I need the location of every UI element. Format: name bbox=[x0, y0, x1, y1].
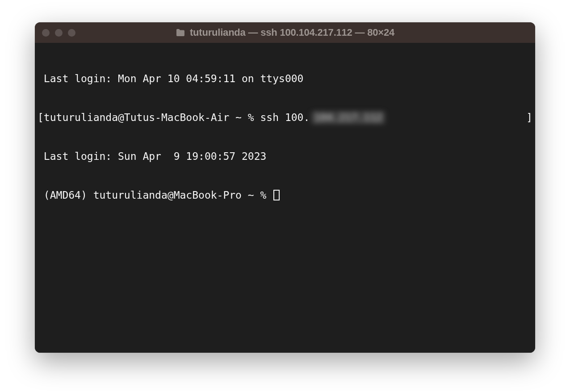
bracket-open: [ bbox=[38, 112, 44, 123]
traffic-lights bbox=[42, 29, 75, 37]
maximize-button[interactable] bbox=[68, 29, 75, 37]
minimize-button[interactable] bbox=[55, 29, 63, 37]
window-title-container: tuturulianda — ssh 100.104.217.112 — 80×… bbox=[176, 27, 394, 38]
terminal-body[interactable]: Last login: Mon Apr 10 04:59:11 on ttys0… bbox=[35, 43, 535, 353]
redacted-ip: 104.217.112 bbox=[311, 111, 385, 124]
close-button[interactable] bbox=[42, 29, 50, 37]
terminal-line: (AMD64) tuturulianda@MacBook-Pro ~ % bbox=[38, 189, 532, 202]
last-login-remote: Last login: Sun Apr 9 19:00:57 2023 bbox=[44, 150, 267, 162]
window-title: tuturulianda — ssh 100.104.217.112 — 80×… bbox=[190, 27, 394, 38]
terminal-line: Last login: Sun Apr 9 19:00:57 2023 bbox=[38, 150, 532, 163]
bracket-close: ] bbox=[526, 111, 532, 124]
terminal-line: [tuturulianda@Tutus-MacBook-Air ~ % ssh … bbox=[38, 111, 532, 124]
remote-shell-prompt: (AMD64) tuturulianda@MacBook-Pro ~ % bbox=[44, 189, 272, 201]
terminal-window: tuturulianda — ssh 100.104.217.112 — 80×… bbox=[35, 22, 535, 353]
folder-icon bbox=[176, 29, 185, 37]
last-login-local: Last login: Mon Apr 10 04:59:11 on ttys0… bbox=[44, 73, 304, 84]
terminal-line: Last login: Mon Apr 10 04:59:11 on ttys0… bbox=[38, 72, 532, 85]
cursor-icon bbox=[273, 190, 280, 200]
shell-prompt-command: tuturulianda@Tutus-MacBook-Air ~ % ssh 1… bbox=[44, 112, 310, 123]
title-bar: tuturulianda — ssh 100.104.217.112 — 80×… bbox=[35, 22, 535, 43]
